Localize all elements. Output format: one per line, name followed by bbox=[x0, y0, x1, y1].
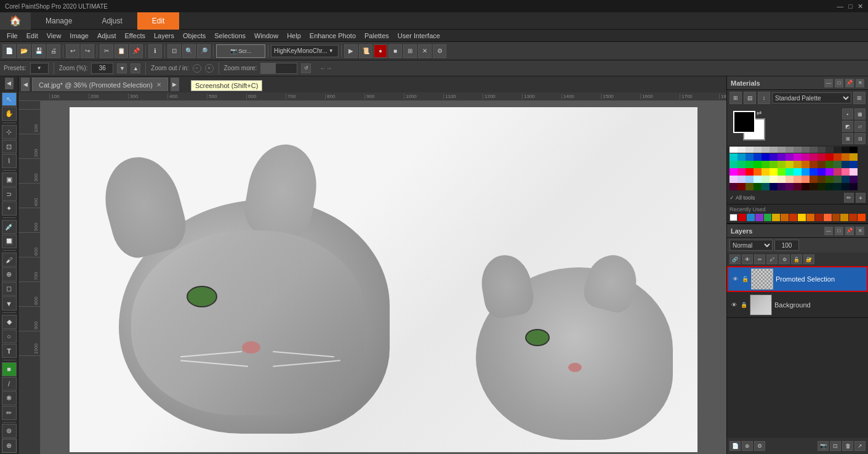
dc15[interactable] bbox=[842, 183, 850, 190]
menu-effects[interactable]: Effects bbox=[121, 30, 150, 42]
color-black[interactable] bbox=[850, 147, 858, 153]
vc10[interactable] bbox=[802, 168, 810, 176]
cc9[interactable] bbox=[794, 153, 802, 161]
tb-zoom-fit[interactable]: ⊡ bbox=[167, 44, 181, 58]
menu-edit[interactable]: Edit bbox=[22, 30, 42, 42]
zoom-in-circle[interactable]: + bbox=[205, 64, 214, 73]
dc2[interactable] bbox=[737, 183, 745, 190]
cc15[interactable] bbox=[842, 153, 850, 161]
tb-cut[interactable]: ✂ bbox=[100, 44, 113, 58]
close-btn[interactable]: ✕ bbox=[858, 2, 863, 10]
gc5[interactable] bbox=[762, 161, 770, 168]
pc11[interactable] bbox=[810, 176, 818, 183]
zoom-reset-btn[interactable]: ↺ bbox=[301, 63, 311, 73]
tool-text[interactable]: T bbox=[2, 344, 17, 358]
mat-texture-btn[interactable]: ⊟ bbox=[854, 133, 866, 144]
tool-pan[interactable]: ✋ bbox=[2, 107, 17, 121]
layers-settings-btn[interactable]: ⚙ bbox=[754, 441, 765, 451]
color-g2[interactable] bbox=[745, 147, 753, 153]
menu-selections[interactable]: Selections bbox=[210, 30, 250, 42]
tb-stop[interactable]: ■ bbox=[388, 44, 402, 58]
tool-paint[interactable]: 🖌 bbox=[2, 253, 17, 267]
gc4[interactable] bbox=[753, 161, 762, 168]
layers-delete-btn[interactable]: 🗑 bbox=[842, 441, 853, 451]
mat-close[interactable]: ✕ bbox=[856, 79, 864, 87]
tb-paste[interactable]: 📌 bbox=[129, 44, 143, 58]
color-g14[interactable] bbox=[842, 147, 850, 153]
rc8[interactable] bbox=[789, 214, 797, 221]
rc15[interactable] bbox=[849, 214, 857, 221]
layers-screenshot-btn[interactable]: 📷 bbox=[818, 441, 829, 451]
window-controls[interactable]: — □ ✕ bbox=[837, 2, 863, 10]
menu-layers[interactable]: Layers bbox=[150, 30, 179, 42]
tb-record[interactable]: ● bbox=[374, 44, 387, 58]
tb-copy[interactable]: 📋 bbox=[115, 44, 128, 58]
mat-tb-btn1[interactable]: ⊞ bbox=[729, 92, 742, 104]
tb-misc1[interactable]: ⊞ bbox=[403, 44, 417, 58]
gc15[interactable] bbox=[842, 161, 850, 168]
pc2[interactable] bbox=[737, 176, 745, 183]
color-g5[interactable] bbox=[770, 147, 778, 153]
menu-file[interactable]: File bbox=[2, 30, 22, 42]
dc10[interactable] bbox=[802, 183, 810, 190]
layers-nav-btn[interactable]: ↗ bbox=[854, 441, 866, 451]
zoom-value-box[interactable]: 36 bbox=[91, 63, 113, 74]
mat-style-btn3[interactable]: ⊠ bbox=[842, 133, 853, 144]
cc11[interactable] bbox=[810, 153, 818, 161]
layers-merge-btn[interactable]: ⊡ bbox=[830, 441, 841, 451]
pc1[interactable] bbox=[729, 176, 737, 183]
mat-pin[interactable]: 📌 bbox=[845, 79, 854, 87]
zoom-more-bar[interactable] bbox=[260, 63, 297, 74]
pc7[interactable] bbox=[778, 176, 786, 183]
cc2[interactable] bbox=[737, 153, 745, 161]
tool-crop[interactable]: ⊡ bbox=[2, 140, 17, 154]
tb-play[interactable]: ▶ bbox=[344, 44, 358, 58]
layer-icon-settings[interactable]: ⚙ bbox=[779, 254, 790, 264]
tool-pen[interactable]: ✏ bbox=[2, 406, 17, 420]
gc8[interactable] bbox=[786, 161, 794, 168]
tool-straighten[interactable]: ⌇ bbox=[2, 154, 17, 168]
zoom-up-btn[interactable]: ▲ bbox=[131, 63, 140, 73]
dc11[interactable] bbox=[810, 183, 818, 190]
tb-zoom-out[interactable]: 🔎 bbox=[197, 44, 211, 58]
mat-pattern-btn[interactable]: ▦ bbox=[854, 108, 866, 120]
tb-info[interactable]: ℹ bbox=[148, 44, 162, 58]
layers-minimize[interactable]: — bbox=[824, 227, 833, 235]
cc3[interactable] bbox=[745, 153, 753, 161]
dc5[interactable] bbox=[762, 183, 770, 190]
cc7[interactable] bbox=[778, 153, 786, 161]
layer-icon-edit[interactable]: ✏ bbox=[754, 254, 765, 264]
blend-mode-select[interactable]: Normal bbox=[729, 240, 773, 251]
canvas-nav-left[interactable]: ◀ bbox=[21, 78, 30, 91]
mat-tb-btn4[interactable]: ⊞ bbox=[853, 92, 866, 104]
cc12[interactable] bbox=[818, 153, 826, 161]
rc13[interactable] bbox=[832, 214, 840, 221]
vc14[interactable] bbox=[834, 168, 842, 176]
close-tab-btn[interactable]: ✕ bbox=[156, 81, 161, 88]
pc5[interactable] bbox=[762, 176, 770, 183]
tool-dodge[interactable]: ○ bbox=[2, 330, 17, 344]
dc12[interactable] bbox=[818, 183, 826, 190]
vc15[interactable] bbox=[842, 168, 850, 176]
color-g3[interactable] bbox=[753, 147, 762, 153]
canvas-nav-right[interactable]: ▶ bbox=[171, 78, 179, 91]
tool-eyedropper[interactable]: 💉 bbox=[2, 220, 17, 234]
tool-line[interactable]: / bbox=[2, 377, 17, 391]
pc4[interactable] bbox=[753, 176, 762, 183]
gc14[interactable] bbox=[834, 161, 842, 168]
screenshot-button[interactable]: 📷 Scr... bbox=[216, 44, 265, 58]
rc14[interactable] bbox=[840, 214, 848, 221]
color-g7[interactable] bbox=[786, 147, 794, 153]
dc7[interactable] bbox=[778, 183, 786, 190]
cc10[interactable] bbox=[802, 153, 810, 161]
rc9[interactable] bbox=[798, 214, 806, 221]
cc5[interactable] bbox=[762, 153, 770, 161]
layer-item-promoted[interactable]: 👁 🔓 Promoted Selection bbox=[727, 266, 868, 292]
gc16[interactable] bbox=[850, 161, 858, 168]
layer-icon-lock[interactable]: 🔓 bbox=[791, 254, 802, 264]
rc5[interactable] bbox=[764, 214, 772, 221]
layer-icon-link[interactable]: 🔗 bbox=[729, 254, 741, 264]
vc3[interactable] bbox=[745, 168, 753, 176]
color-g11[interactable] bbox=[818, 147, 826, 153]
mat-expand[interactable]: □ bbox=[835, 79, 843, 87]
